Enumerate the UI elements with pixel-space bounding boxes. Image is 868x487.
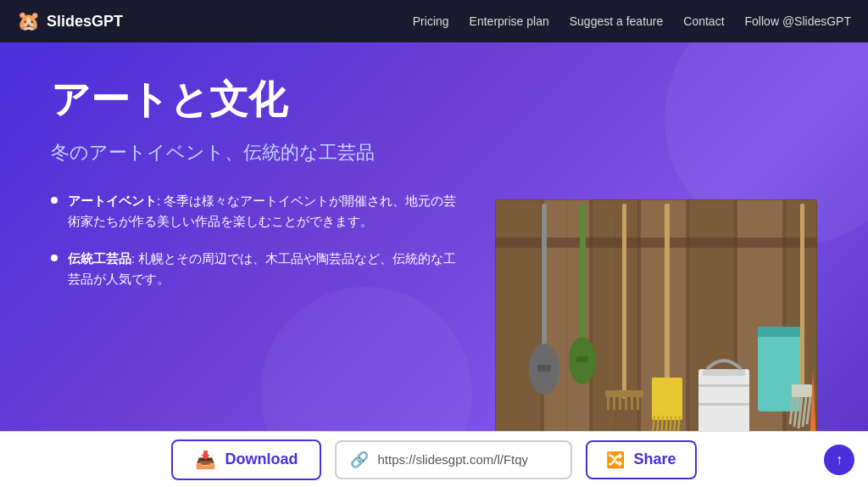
svg-rect-18 <box>622 204 626 399</box>
nav-pricing[interactable]: Pricing <box>413 14 449 28</box>
share-label: Share <box>633 451 676 468</box>
slide-image <box>495 199 817 462</box>
nav-enterprise[interactable]: Enterprise plan <box>470 14 549 28</box>
svg-rect-24 <box>631 397 633 410</box>
svg-rect-21 <box>613 397 615 410</box>
slide-text: アートイベント: 冬季は様々なアートイベントが開催され、地元の芸術家たちが作る美… <box>51 191 461 462</box>
slide-title: アートと文化 <box>51 76 817 123</box>
svg-rect-26 <box>665 204 670 382</box>
list-item: アートイベント: 冬季は様々なアートイベントが開催され、地元の芸術家たちが作る美… <box>51 191 461 232</box>
share-button[interactable]: 🔀 Share <box>586 440 696 479</box>
bullet-dot <box>51 255 58 261</box>
scroll-top-button[interactable]: ↑ <box>824 445 854 475</box>
link-icon: 🔗 <box>350 451 369 469</box>
nav-suggest[interactable]: Suggest a feature <box>570 14 664 28</box>
download-label: Download <box>225 451 298 468</box>
svg-rect-41 <box>800 204 804 390</box>
svg-rect-14 <box>537 365 551 372</box>
svg-rect-19 <box>605 390 643 397</box>
bullet-bold-2: 伝統工芸品 <box>68 251 131 266</box>
brand-name: SlidesGPT <box>47 13 123 31</box>
list-item: 伝統工芸品: 札幌とその周辺では、木工品や陶芸品など、伝統的な工芸品が人気です。 <box>51 249 461 289</box>
slide-image-container: ty on Unsplash <box>495 199 817 462</box>
bullet-bold-1: アートイベント <box>68 193 157 208</box>
svg-rect-23 <box>625 397 627 410</box>
svg-rect-38 <box>698 403 749 406</box>
download-button[interactable]: 📥 Download <box>171 439 321 480</box>
bottom-bar: 📥 Download 🔗 https://slidesgpt.com/l/Ftq… <box>0 431 868 487</box>
brand: 🐹 SlidesGPT <box>17 10 413 32</box>
svg-rect-42 <box>792 384 812 397</box>
slide-content: アートイベント: 冬季は様々なアートイベントが開催され、地元の芸術家たちが作る美… <box>51 191 817 462</box>
slide-area: アートと文化 冬のアートイベント、伝統的な工芸品 アートイベント: 冬季は様々な… <box>0 42 868 431</box>
nav-follow[interactable]: Follow @SlidesGPT <box>745 14 851 28</box>
bullet-list: アートイベント: 冬季は様々なアートイベントが開催され、地元の芸術家たちが作る美… <box>51 191 461 289</box>
chevron-up-icon: ↑ <box>836 452 843 467</box>
slide-subtitle: 冬のアートイベント、伝統的な工芸品 <box>51 140 817 165</box>
url-bar: 🔗 https://slidesgpt.com/l/Ftqy <box>335 440 572 479</box>
navbar-links: Pricing Enterprise plan Suggest a featur… <box>413 14 851 28</box>
bullet-text-2: 伝統工芸品: 札幌とその周辺では、木工品や陶芸品など、伝統的な工芸品が人気です。 <box>68 249 461 289</box>
url-text: https://slidesgpt.com/l/Ftqy <box>377 452 528 467</box>
brand-icon: 🐹 <box>17 10 40 32</box>
svg-rect-20 <box>607 397 609 410</box>
svg-rect-27 <box>652 378 682 420</box>
svg-rect-40 <box>758 327 800 337</box>
svg-rect-17 <box>576 356 588 362</box>
share-icon: 🔀 <box>606 451 625 469</box>
navbar: 🐹 SlidesGPT Pricing Enterprise plan Sugg… <box>0 0 868 42</box>
svg-rect-22 <box>619 397 621 410</box>
bullet-dot <box>51 197 58 204</box>
svg-rect-36 <box>703 369 745 376</box>
bullet-text-1: アートイベント: 冬季は様々なアートイベントが開催され、地元の芸術家たちが作る美… <box>68 191 461 232</box>
svg-rect-25 <box>637 397 639 410</box>
download-icon: 📥 <box>195 450 216 470</box>
nav-contact[interactable]: Contact <box>683 14 724 28</box>
svg-rect-37 <box>698 384 749 387</box>
